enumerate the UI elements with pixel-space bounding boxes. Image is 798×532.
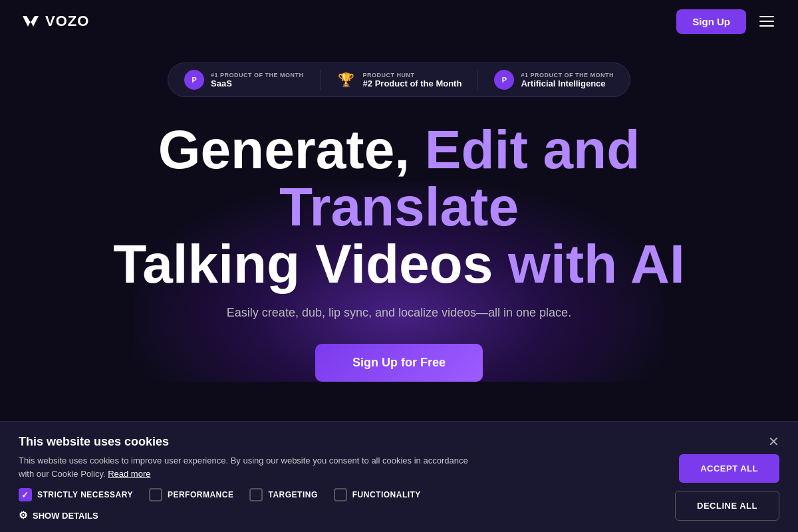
functionality-checkbox[interactable] (334, 488, 347, 501)
hero-subtext: Easily create, dub, lip sync, and locali… (227, 306, 571, 320)
strictly-label: STRICTLY NECESSARY (37, 490, 133, 499)
strictly-checkbox[interactable] (19, 488, 32, 501)
performance-checkbox[interactable] (149, 488, 162, 501)
svg-marker-0 (23, 16, 39, 27)
hero-cta-button[interactable]: Sign Up for Free (315, 344, 483, 382)
badge-ai-bottom: Artificial Intelligence (521, 78, 614, 88)
cookie-title: This website uses cookies (19, 435, 169, 449)
logo-icon (21, 12, 40, 31)
functionality-label: FUNCTIONALITY (352, 490, 421, 499)
badge-ai-text: #1 PRODUCT OF THE MONTH Artificial Intel… (521, 72, 614, 88)
cookie-body: This website uses cookies to improve use… (19, 454, 779, 521)
targeting-label: TARGETING (268, 490, 317, 499)
decline-all-button[interactable]: DECLINE ALL (675, 491, 779, 521)
cookie-header: This website uses cookies ✕ (19, 435, 779, 449)
hamburger-menu[interactable] (757, 13, 777, 29)
show-details-button[interactable]: ⚙ SHOW DETAILS (19, 509, 98, 521)
nav-right: Sign Up (676, 9, 777, 34)
targeting-checkbox[interactable] (249, 488, 263, 501)
badge-ai-icon: P (494, 70, 514, 90)
badge-saas-bottom: SaaS (211, 78, 304, 88)
cookie-banner: This website uses cookies ✕ This website… (0, 421, 798, 532)
badge-ph-text: PRODUCT HUNT #2 Product of the Month (363, 72, 462, 88)
badge-saas: P #1 PRODUCT OF THE MONTH SaaS (184, 70, 304, 90)
heading-line2-purple: with AI (508, 233, 685, 294)
badge-saas-text: #1 PRODUCT OF THE MONTH SaaS (211, 72, 304, 88)
show-details-label: SHOW DETAILS (33, 511, 98, 521)
cookie-buttons: ACCEPT ALL DECLINE ALL (675, 454, 779, 521)
hamburger-line-3 (759, 25, 774, 27)
cookie-read-more-link[interactable]: Read more (108, 469, 150, 479)
signup-button[interactable]: Sign Up (676, 9, 746, 34)
badge-saas-icon: P (184, 70, 204, 90)
navbar: VOZO Sign Up (0, 0, 798, 43)
badges-row: P #1 PRODUCT OF THE MONTH SaaS 🏆 PRODUCT… (168, 63, 630, 97)
cookie-check-performance[interactable]: PERFORMANCE (149, 488, 234, 501)
cookie-check-strictly[interactable]: STRICTLY NECESSARY (19, 488, 133, 501)
performance-label: PERFORMANCE (168, 490, 234, 499)
cookie-left: This website uses cookies to improve use… (19, 454, 662, 521)
badge-product-hunt: 🏆 PRODUCT HUNT #2 Product of the Month (320, 70, 462, 90)
logo[interactable]: VOZO (21, 12, 89, 31)
trophy-icon: 🏆 (336, 70, 356, 90)
cookie-check-targeting[interactable]: TARGETING (249, 488, 317, 501)
badge-ai: P #1 PRODUCT OF THE MONTH Artificial Int… (477, 70, 614, 90)
accept-all-button[interactable]: ACCEPT ALL (679, 454, 779, 483)
badge-ph-top: PRODUCT HUNT (363, 72, 462, 78)
badge-saas-top: #1 PRODUCT OF THE MONTH (211, 72, 304, 78)
badge-ph-bottom: #2 Product of the Month (363, 78, 462, 88)
brand-name: VOZO (45, 13, 89, 30)
cookie-check-functionality[interactable]: FUNCTIONALITY (334, 488, 421, 501)
cookie-description: This website uses cookies to improve use… (19, 454, 484, 480)
gear-icon: ⚙ (19, 509, 27, 521)
heading-line2-white: Talking Videos (113, 233, 508, 294)
hamburger-line-1 (759, 16, 774, 17)
hero-section: P #1 PRODUCT OF THE MONTH SaaS 🏆 PRODUCT… (0, 43, 798, 382)
hamburger-line-2 (759, 21, 774, 22)
cookie-checkboxes: STRICTLY NECESSARY PERFORMANCE TARGETING… (19, 488, 662, 501)
hero-heading: Generate, Edit and Translate Talking Vid… (33, 121, 765, 293)
cookie-close-button[interactable]: ✕ (768, 435, 779, 448)
heading-line1-white: Generate, (158, 119, 425, 180)
badge-ai-top: #1 PRODUCT OF THE MONTH (521, 72, 614, 78)
